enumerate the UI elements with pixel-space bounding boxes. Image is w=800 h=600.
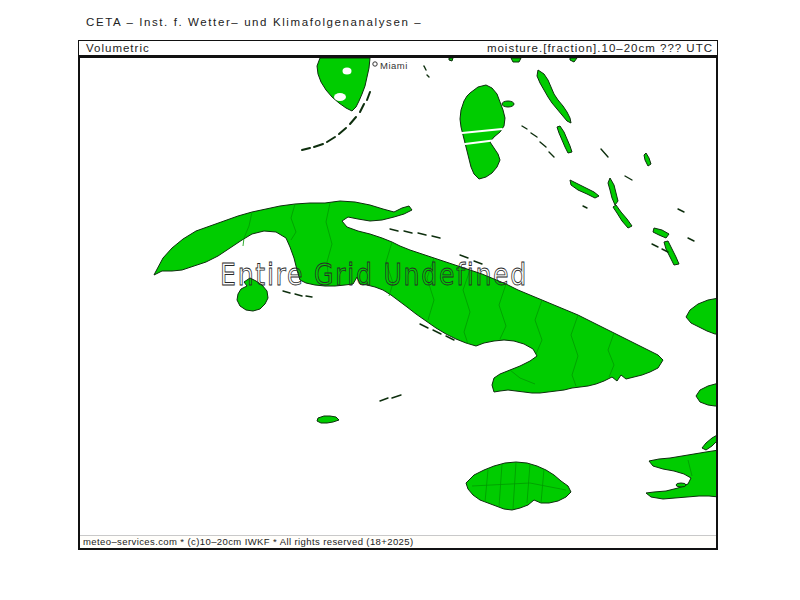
cuba-landmass [154,201,663,393]
new-providence-island [502,101,514,107]
map-frame: Miami Entire Grid Undefined meteo–servic… [78,56,718,550]
eleuthera-island [537,70,571,123]
crooked-island [653,228,669,238]
jamaica-landmass [466,462,571,510]
southeast-edge-island [696,383,716,406]
page-title: CETA – Inst. f. Wetter– und Klimafolgena… [86,16,422,28]
overlay-message: Entire Grid Undefined [220,257,528,292]
geo-map: Miami Entire Grid Undefined [80,58,716,535]
florida-landmass [317,58,370,111]
miami-city-label: Miami [380,60,408,71]
tortuga-island [702,434,716,450]
bimini-islands [424,66,429,77]
copyright-footer: meteo–services.com * (c)10–20cm IWKF * A… [80,535,716,548]
cat-island [557,126,572,153]
miami-city-marker [373,62,377,66]
top-edge-islands [449,58,577,62]
long-island-bahamas [570,180,599,198]
titlebar-left-label: Volumetric [86,42,150,54]
island-chain-b [613,205,632,228]
acklins-island [664,241,679,265]
ragged-island [644,153,651,166]
titlebar-right-label: moisture.[fraction].10–20cm ??? UTC [487,42,713,54]
andros-island [460,85,505,179]
haiti-landmass [646,434,716,499]
island-chain-a [608,178,618,205]
map-titlebar: Volumetric moisture.[fraction].10–20cm ?… [78,40,718,56]
gonave-island [676,483,686,487]
great-inagua-island [686,298,716,334]
cayman-islands [317,395,401,423]
small-bahama-cays [583,176,694,252]
